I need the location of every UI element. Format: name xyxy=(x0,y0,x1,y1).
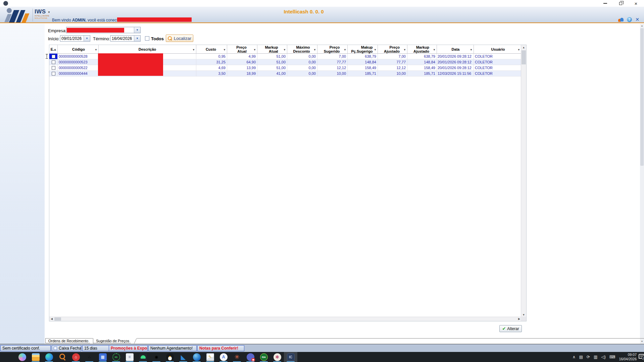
dots-circle-icon[interactable]: ∴ xyxy=(83,352,96,362)
tab-ordens-de-recebimento[interactable]: Ordens de Recebimento xyxy=(45,338,93,343)
tux-icon[interactable] xyxy=(163,352,177,362)
column-filter-caret-icon[interactable]: ▼ xyxy=(54,48,56,52)
inicio-date-combo[interactable]: 09/01/2026 ▼ xyxy=(60,35,90,42)
scrollbar-thumb[interactable] xyxy=(640,28,644,166)
map-pin-icon[interactable]: ◉ xyxy=(150,352,163,362)
column-filter-caret-icon[interactable]: ▼ xyxy=(470,48,473,52)
starburst-icon[interactable]: ✳ xyxy=(230,352,244,362)
grid-scroll-up-arrow[interactable]: ▲ xyxy=(521,45,526,50)
column-filter-caret-icon[interactable]: ▼ xyxy=(374,48,377,52)
start-icon[interactable] xyxy=(2,352,15,362)
status-panel: Notas para Conferir! xyxy=(197,345,244,351)
column-header-makup_pc_sugerigo[interactable]: MakupPç.Sugerigo▼ xyxy=(348,45,378,54)
grid-hscroll-thumb[interactable] xyxy=(54,317,61,321)
row-checkbox[interactable] xyxy=(52,66,55,70)
column-header-usuario[interactable]: Usuário▼ xyxy=(474,45,522,54)
column-header-codigo[interactable]: Código▼ xyxy=(58,45,99,54)
keyboard-icon[interactable]: ⌨ xyxy=(609,352,615,362)
close-button[interactable]: × xyxy=(630,0,642,7)
tab-sugest-o-de-pre-os[interactable]: Sugestão de Preços xyxy=(93,338,134,343)
grid-scroll-left-arrow[interactable]: ◀ xyxy=(49,317,54,321)
column-header-preco_atual[interactable]: PreçoAtual▼ xyxy=(227,45,257,54)
column-filter-caret-icon[interactable]: ▼ xyxy=(313,48,316,52)
intellicash-icon[interactable]: IC xyxy=(284,352,297,362)
row-select-cell[interactable] xyxy=(49,71,58,76)
help-icon[interactable]: ? xyxy=(627,17,632,22)
termino-date-value[interactable]: 16/04/2026 xyxy=(112,36,132,41)
notepad-pencil-icon[interactable]: ✎ xyxy=(203,352,217,362)
grid-vertical-scrollbar[interactable]: ▲ ▼ xyxy=(521,45,526,317)
notepad-icon[interactable]: ≡ xyxy=(123,352,136,362)
bank-icon[interactable]: ⌂ xyxy=(69,352,83,362)
cell-preco_ajustado: 12,12 xyxy=(378,65,407,71)
minimize-button[interactable] xyxy=(599,0,611,7)
localizar-button[interactable]: Localizar xyxy=(166,35,193,42)
inicio-date-value[interactable]: 09/01/2026 xyxy=(61,36,82,41)
alterar-button[interactable]: ✔ Alterar xyxy=(499,325,522,332)
file-explorer-icon[interactable] xyxy=(29,352,42,362)
form-vertical-scrollbar[interactable]: ▲ ▼ xyxy=(640,24,644,344)
cell-custo: 0,95 xyxy=(196,54,227,59)
column-header-markup_atual[interactable]: MarkupAtual▼ xyxy=(257,45,287,54)
users-icon[interactable] xyxy=(618,17,624,22)
chevron-up-icon[interactable]: ∧ xyxy=(573,352,576,362)
scroll-down-arrow[interactable]: ▼ xyxy=(640,340,644,344)
discord-icon[interactable] xyxy=(244,352,257,362)
scroll-up-arrow[interactable]: ▲ xyxy=(640,24,644,28)
column-header-maximo_desconto[interactable]: MáximoDesconto▼ xyxy=(287,45,317,54)
paint-icon[interactable]: ✱ xyxy=(270,352,284,362)
cell-usuario: COLETOR xyxy=(474,59,522,65)
exit-x-icon[interactable]: ✕ xyxy=(635,17,639,22)
grid-horizontal-scrollbar[interactable]: ◀ ▶ xyxy=(49,317,522,321)
row-checkbox[interactable] xyxy=(52,60,55,64)
termino-date-combo[interactable]: 16/04/2026 ▼ xyxy=(110,35,141,42)
inicio-dropdown-arrow[interactable]: ▼ xyxy=(84,36,90,41)
edge-icon[interactable] xyxy=(42,352,56,362)
column-filter-caret-icon[interactable]: ▼ xyxy=(283,48,286,52)
column-filter-caret-icon[interactable]: ▼ xyxy=(223,48,226,52)
row-checkbox[interactable] xyxy=(52,55,55,58)
android-icon[interactable] xyxy=(136,352,150,362)
empresa-dropdown-arrow[interactable]: ▼ xyxy=(134,27,140,33)
app-a-icon[interactable]: A xyxy=(217,352,230,362)
row-select-cell[interactable] xyxy=(49,54,58,59)
todos-checkbox[interactable] xyxy=(145,36,149,41)
column-header-sel[interactable]: E...▼ xyxy=(49,45,58,54)
termino-label: Término: xyxy=(93,36,110,41)
display-lock-icon[interactable]: ▤ xyxy=(579,352,583,362)
copilot-icon[interactable] xyxy=(15,352,29,362)
notification-icon[interactable]: 4 xyxy=(639,354,644,359)
row-select-cell[interactable] xyxy=(49,59,58,65)
column-header-data[interactable]: Data▼ xyxy=(437,45,474,54)
status-checkbox[interactable] xyxy=(54,347,57,350)
app-a-icon: A xyxy=(220,353,228,361)
column-filter-caret-icon[interactable]: ▼ xyxy=(95,48,97,52)
column-header-custo[interactable]: Custo▼ xyxy=(196,45,227,54)
column-header-markup_ajustado[interactable]: MarkupAjustado▼ xyxy=(407,45,437,54)
column-header-descricao[interactable]: Descrição▼ xyxy=(99,45,196,54)
grid-vscroll-thumb[interactable] xyxy=(522,50,526,64)
maximize-button[interactable] xyxy=(615,0,626,7)
thunderbird-icon[interactable] xyxy=(190,352,203,362)
column-filter-caret-icon[interactable]: ▼ xyxy=(344,48,346,52)
magnifier-icon xyxy=(168,36,172,41)
column-filter-caret-icon[interactable]: ▼ xyxy=(433,48,436,52)
column-filter-caret-icon[interactable]: ▼ xyxy=(253,48,256,52)
column-filter-caret-icon[interactable]: ▼ xyxy=(517,48,520,52)
taskbar-clock[interactable]: 09:07 16/04/2026 xyxy=(616,353,637,361)
volume-icon[interactable]: ◁) xyxy=(601,352,605,362)
row-checkbox[interactable] xyxy=(52,72,55,75)
calculator-icon[interactable]: ▦ xyxy=(96,352,109,362)
ig-icon[interactable]: IG xyxy=(109,352,123,362)
network-icon[interactable]: ▥ xyxy=(594,352,597,362)
search-icon[interactable] xyxy=(56,352,69,362)
row-select-cell[interactable] xyxy=(49,65,58,71)
column-header-preco_ajustado[interactable]: PreçoAjustado▼ xyxy=(378,45,407,54)
column-filter-caret-icon[interactable]: ▼ xyxy=(403,48,406,52)
column-header-preco_sugerido[interactable]: PreçoSugerido▼ xyxy=(317,45,348,54)
vscode-icon[interactable]: ◣ xyxy=(177,352,190,362)
sync-display-icon[interactable]: ⟳ xyxy=(587,352,590,362)
termino-dropdown-arrow[interactable]: ▼ xyxy=(134,36,140,41)
isa-icon[interactable]: ISA xyxy=(257,352,270,362)
column-filter-caret-icon[interactable]: ▼ xyxy=(192,48,195,52)
